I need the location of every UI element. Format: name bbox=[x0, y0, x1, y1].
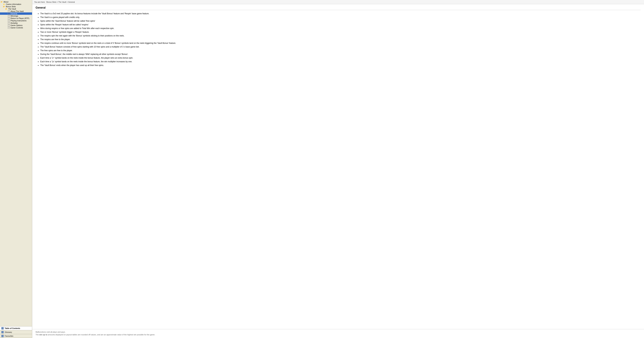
page-icon: ? bbox=[8, 27, 10, 29]
list-item: Two or more 'Bonus' symbols trigger a 'R… bbox=[40, 31, 641, 34]
sidebar-item-game-controls[interactable]: ?Game Controls bbox=[0, 27, 32, 29]
content-list: The Vault is a 5x3 reel 20 payline slot.… bbox=[36, 12, 641, 67]
page-icon: ? bbox=[8, 20, 10, 22]
sidebar-tree: 📂About📁Casino information📂Bonus Slots📂Th… bbox=[0, 0, 32, 326]
sidebar-item-label: Playing instructions bbox=[10, 20, 26, 22]
sidebar: 📂About📁Casino information📂Bonus Slots📂Th… bbox=[0, 0, 32, 338]
sidebar-tab-glossary[interactable]: Glossary bbox=[0, 330, 32, 334]
breadcrumb-path: Bonus Slots > The Vault > General bbox=[46, 1, 75, 3]
sidebar-item-bonus-slots[interactable]: 📂Bonus Slots bbox=[0, 5, 32, 8]
footer-line2-bold: win up to bbox=[39, 334, 47, 336]
list-item: The respins are free to the player. bbox=[40, 38, 641, 41]
list-item: The 'Vault Bonus' feature consists of fr… bbox=[40, 45, 641, 48]
page-icon: ? bbox=[8, 22, 10, 24]
list-item: The respins spin the reel again with the… bbox=[40, 34, 641, 37]
content-body: General The Vault is a 5x3 reel 20 payli… bbox=[32, 4, 644, 329]
content-title: General bbox=[36, 6, 641, 10]
sidebar-item-label: Winnings bbox=[10, 15, 18, 17]
folder-icon: 📁 bbox=[3, 3, 5, 5]
sidebar-item-label: Casino information bbox=[6, 3, 21, 5]
list-item: Each time a '1x' symbol lands on the ree… bbox=[40, 60, 641, 63]
sidebar-item-label: Game Controls bbox=[10, 27, 23, 29]
content-area: You are here: Bonus Slots > The Vault > … bbox=[32, 0, 644, 338]
list-item: Spins within the 'Respin' feature will b… bbox=[40, 23, 641, 26]
page-icon: ? bbox=[8, 15, 10, 17]
list-item: The Vault is a game played with credits … bbox=[40, 16, 641, 19]
footer-line2-prefix: The bbox=[36, 334, 39, 336]
sidebar-item-label: About The Vault bbox=[10, 10, 24, 12]
list-item: Each time a '1+' symbol lands on the ree… bbox=[40, 56, 641, 59]
sidebar-tab-label: Glossary bbox=[5, 331, 12, 333]
folder-icon: 📂 bbox=[5, 8, 8, 10]
sidebar-item-label: Game Options bbox=[10, 24, 22, 26]
footer-line2: The win up to amounts displayed on payou… bbox=[36, 334, 641, 336]
folder-icon: 📂 bbox=[1, 1, 3, 3]
sidebar-item-label: Autoplay bbox=[10, 22, 18, 24]
sidebar-item-winnings[interactable]: ?Winnings bbox=[0, 15, 32, 17]
main-layout: 📂About📁Casino information📂Bonus Slots📂Th… bbox=[0, 0, 644, 338]
sidebar-item-label: About bbox=[4, 1, 8, 3]
sidebar-item-the-vault[interactable]: 📂The Vault bbox=[0, 8, 32, 10]
sidebar-item-general[interactable]: ?General bbox=[0, 13, 32, 15]
list-item: The free spins are free to the player. bbox=[40, 49, 641, 52]
sidebar-item-casino-information[interactable]: 📁Casino information bbox=[0, 3, 32, 5]
sidebar-item-label: Return to Player (RTP) bbox=[10, 17, 29, 19]
sidebar-tab-label: Table of Contents bbox=[5, 327, 20, 329]
sidebar-tab-favourites[interactable]: Favourites bbox=[0, 334, 32, 338]
sidebar-item-autoplay[interactable]: ?Autoplay bbox=[0, 22, 32, 24]
tab-icon-glossary bbox=[1, 331, 4, 333]
sidebar-bottom: Table of ContentsGlossaryFavourites bbox=[0, 326, 32, 338]
breadcrumb-prefix: You are here: bbox=[34, 1, 45, 3]
page-icon: ? bbox=[8, 17, 10, 19]
tab-icon-table-of-contents bbox=[1, 327, 4, 329]
sidebar-item-game-options[interactable]: ?Game Options bbox=[0, 24, 32, 27]
sidebar-item-label: Bonus Slots bbox=[6, 6, 16, 8]
page-icon: ? bbox=[8, 24, 10, 26]
breadcrumb: You are here: Bonus Slots > The Vault > … bbox=[32, 0, 644, 4]
sidebar-item-about[interactable]: 📂About bbox=[0, 1, 32, 3]
page-icon: ? bbox=[8, 13, 10, 15]
sidebar-tab-label: Favourites bbox=[5, 335, 13, 337]
sidebar-tab-table-of-contents[interactable]: Table of Contents bbox=[0, 326, 32, 330]
list-item: The Vault is a 5x3 reel 20 payline slot.… bbox=[40, 12, 641, 15]
list-item: During the 'Vault Bonus', the middle ree… bbox=[40, 53, 641, 56]
list-item: Wins during respins or free spins are ad… bbox=[40, 27, 641, 30]
sidebar-item-return-to-player[interactable]: ?Return to Player (RTP) bbox=[0, 17, 32, 20]
list-item: The respins continue until no more 'Bonu… bbox=[40, 42, 641, 45]
sidebar-item-label: The Vault bbox=[8, 8, 16, 10]
footer-line1: Malfunctions void all plays and pays. bbox=[36, 331, 641, 333]
page-icon: ? bbox=[8, 10, 10, 12]
tab-icon-favourites bbox=[1, 335, 4, 337]
list-item: Spins within the 'Vault Bonus' feature w… bbox=[40, 20, 641, 23]
sidebar-item-label: General bbox=[10, 13, 17, 15]
list-item: The 'Vault Bonus' ends when the player h… bbox=[40, 64, 641, 67]
content-footer: Malfunctions void all plays and pays. Th… bbox=[32, 329, 644, 338]
sidebar-item-playing-instructions[interactable]: ?Playing instructions bbox=[0, 20, 32, 22]
footer-line2-suffix: amounts displayed on payout tables are r… bbox=[47, 334, 155, 336]
folder-icon: 📂 bbox=[3, 6, 5, 8]
sidebar-item-about-the-vault[interactable]: ?About The Vault bbox=[0, 10, 32, 13]
